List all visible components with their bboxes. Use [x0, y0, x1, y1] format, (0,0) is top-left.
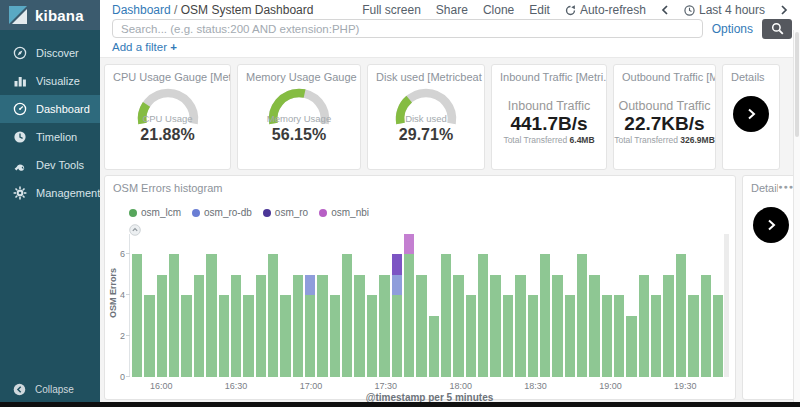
histogram-bar[interactable]	[219, 234, 229, 377]
histogram-bar[interactable]	[379, 234, 389, 377]
sidebar-item-label: Dev Tools	[36, 159, 84, 171]
histogram-bar[interactable]	[676, 234, 686, 377]
add-filter-button[interactable]: Add a filter +	[112, 41, 177, 53]
bar-segment-osm_lcm	[404, 254, 414, 377]
histogram-bar[interactable]	[626, 234, 636, 377]
histogram-bar[interactable]	[231, 234, 241, 377]
top-menu: Full screenShareCloneEdit Auto-refresh	[362, 3, 788, 17]
histogram-bar[interactable]	[478, 234, 488, 377]
sidebar-item-management[interactable]: Management	[0, 179, 100, 207]
bar-segment-osm_lcm	[540, 254, 550, 377]
sidebar-item-discover[interactable]: Discover	[0, 39, 100, 67]
legend-item-osm_ro-db[interactable]: osm_ro-db	[192, 207, 252, 218]
sidebar-item-label: Visualize	[36, 75, 80, 87]
histogram-bar[interactable]	[367, 234, 377, 377]
histogram-bar[interactable]	[243, 234, 253, 377]
histogram-bar[interactable]	[565, 234, 575, 377]
histogram-bar[interactable]	[169, 234, 179, 377]
histogram-bar[interactable]	[589, 234, 599, 377]
time-range-picker[interactable]: Last 4 hours	[684, 3, 765, 17]
histogram-bar[interactable]	[354, 234, 364, 377]
menu-item-clone[interactable]: Clone	[483, 3, 514, 17]
options-link[interactable]: Options	[712, 22, 753, 36]
histogram-bar[interactable]	[503, 234, 513, 377]
details-expand-button[interactable]	[753, 207, 789, 243]
breadcrumb-dashboard-link[interactable]: Dashboard	[112, 3, 171, 17]
details-expand-button[interactable]	[733, 96, 769, 132]
histogram-bar[interactable]	[144, 234, 154, 377]
histogram-bar[interactable]	[256, 234, 266, 377]
bar-segment-osm_lcm	[552, 275, 562, 377]
scrollbar-thumb[interactable]	[795, 32, 799, 137]
legend-item-osm_lcm[interactable]: osm_lcm	[129, 207, 181, 218]
time-range-back-button[interactable]	[661, 5, 669, 15]
sidebar-nav: DiscoverVisualizeDashboardTimelionDev To…	[0, 39, 100, 207]
bar-segment-osm_lcm	[602, 295, 612, 377]
memory-gauge[interactable]: Memory Usage 56.15%	[238, 86, 360, 146]
histogram-bar[interactable]	[663, 234, 673, 377]
panel-menu-ellipsis-icon[interactable]: ●●●	[778, 176, 794, 190]
search-input[interactable]	[112, 19, 703, 38]
histogram-bar[interactable]	[268, 234, 278, 377]
histogram-bar[interactable]	[416, 234, 426, 377]
histogram-bar[interactable]	[194, 234, 204, 377]
histogram-bar[interactable]	[317, 234, 327, 377]
histogram-bar[interactable]	[181, 234, 191, 377]
sidebar-item-timelion[interactable]: Timelion	[0, 123, 100, 151]
histogram-bar[interactable]	[651, 234, 661, 377]
histogram-bar[interactable]	[602, 234, 612, 377]
menu-item-edit[interactable]: Edit	[529, 3, 550, 17]
histogram-bar[interactable]	[466, 234, 476, 377]
histogram-bar[interactable]	[157, 234, 167, 377]
histogram-bar[interactable]	[280, 234, 290, 377]
page-scrollbar[interactable]	[793, 30, 800, 402]
histogram-bar[interactable]	[490, 234, 500, 377]
collapse-button[interactable]: Collapse	[13, 383, 74, 396]
histogram-bar[interactable]	[305, 234, 315, 377]
histogram-bar[interactable]	[404, 234, 414, 377]
histogram-bar[interactable]	[441, 234, 451, 377]
chart-plot-area[interactable]: @timestamp per 5 minutes 024616:0016:301…	[129, 234, 729, 377]
histogram-bar[interactable]	[342, 234, 352, 377]
bar-segment-osm_lcm	[515, 275, 525, 377]
metric-label: Outbound Traffic	[618, 99, 710, 113]
histogram-bar[interactable]	[515, 234, 525, 377]
histogram-bar[interactable]	[552, 234, 562, 377]
bar-segment-osm_lcm	[256, 275, 266, 377]
histogram-bar[interactable]	[132, 234, 142, 377]
sidebar-item-visualize[interactable]: Visualize	[0, 67, 100, 95]
histogram-bar[interactable]	[577, 234, 587, 377]
bar-segment-osm_lcm	[429, 316, 439, 377]
histogram-bar[interactable]	[614, 234, 624, 377]
histogram-bar[interactable]	[701, 234, 711, 377]
histogram-bar[interactable]	[528, 234, 538, 377]
histogram-bar[interactable]	[639, 234, 649, 377]
histogram-bar[interactable]	[688, 234, 698, 377]
histogram-bar[interactable]	[429, 234, 439, 377]
menu-item-share[interactable]: Share	[436, 3, 468, 17]
histogram-bar[interactable]	[293, 234, 303, 377]
menu-item-full-screen[interactable]: Full screen	[362, 3, 421, 17]
histogram-bar[interactable]	[540, 234, 550, 377]
bar-segment-osm_lcm	[639, 275, 649, 377]
auto-refresh-button[interactable]: Auto-refresh	[565, 3, 646, 17]
histogram-bar[interactable]	[330, 234, 340, 377]
legend-item-osm_nbi[interactable]: osm_nbi	[319, 207, 369, 218]
bar-segment-osm_lcm	[663, 275, 673, 377]
histogram-bar[interactable]	[392, 234, 402, 377]
histogram-bar[interactable]	[206, 234, 216, 377]
sidebar-item-dev-tools[interactable]: Dev Tools	[0, 151, 100, 179]
histogram-bar[interactable]	[713, 234, 723, 377]
sidebar-item-dashboard[interactable]: Dashboard	[0, 95, 100, 123]
cpu-gauge[interactable]: CPU Usage 21.88%	[105, 86, 230, 146]
kibana-logo[interactable]: kibana	[0, 0, 100, 30]
legend-item-osm_ro[interactable]: osm_ro	[263, 207, 308, 218]
histogram-bar[interactable]	[453, 234, 463, 377]
bar-segment-osm_lcm	[614, 295, 624, 377]
bar-segment-osm_lcm	[503, 295, 513, 377]
disk-gauge[interactable]: Disk used 29.71%	[368, 86, 484, 146]
time-range-forward-button[interactable]	[780, 5, 788, 15]
sidebar-item-label: Dashboard	[36, 103, 90, 115]
dashboard-content: CPU Usage Gauge [Metric... CPU Usage 21.…	[100, 58, 800, 400]
search-button[interactable]	[762, 19, 792, 39]
